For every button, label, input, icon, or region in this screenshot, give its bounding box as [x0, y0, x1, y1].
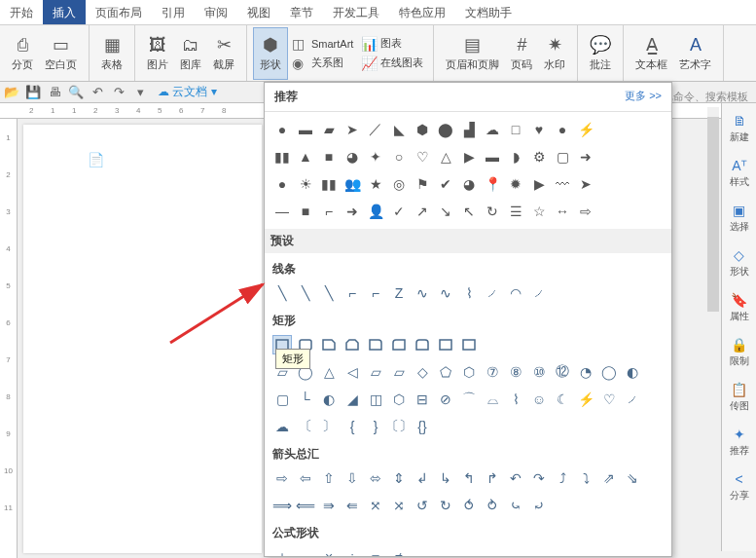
bs3-2[interactable]: 〔 — [296, 417, 315, 436]
shape-people[interactable]: 👥 — [342, 174, 362, 194]
shape-tag[interactable]: ▰ — [319, 120, 339, 139]
ar-1[interactable]: ⇨ — [272, 468, 292, 488]
bs-10[interactable]: ⑦ — [483, 362, 502, 382]
shape-tri2[interactable]: ▲ — [296, 147, 315, 167]
bs2-3[interactable]: ◐ — [319, 390, 339, 409]
ar-3[interactable]: ⇧ — [319, 468, 339, 488]
bs3-6[interactable]: 〔〕 — [389, 417, 409, 436]
ar2-6[interactable]: ⤨ — [389, 496, 409, 515]
ar-10[interactable]: ↱ — [483, 468, 502, 488]
shape-line2[interactable]: — — [272, 202, 292, 221]
shape-roundsq[interactable]: ▬ — [296, 120, 315, 139]
shape-gear[interactable]: ⚙ — [529, 147, 549, 167]
shape-arr8[interactable]: ↔ — [553, 202, 572, 221]
picture-button[interactable]: 🖼图片 — [141, 27, 174, 80]
shape-pin[interactable]: 📍 — [483, 174, 502, 194]
watermark-button[interactable]: ✷水印 — [538, 27, 571, 80]
bs-7[interactable]: ◇ — [413, 362, 432, 382]
gallery-button[interactable]: 🗂图库 — [174, 27, 207, 80]
ar-2[interactable]: ⇦ — [296, 468, 315, 488]
bs-15[interactable]: ◯ — [599, 362, 619, 382]
shape-arr5[interactable]: ➜ — [342, 202, 362, 221]
fm-5[interactable]: ＝ — [366, 547, 385, 557]
shapes-button[interactable]: ⬢形状 — [253, 27, 288, 80]
ar2-8[interactable]: ↻ — [436, 496, 455, 515]
shape-burst[interactable]: ✹ — [506, 174, 525, 194]
shape-menu[interactable]: ☰ — [506, 202, 525, 221]
line-6[interactable]: Z — [389, 283, 409, 303]
pagenumber-button[interactable]: #页码 — [505, 27, 538, 80]
shape-target[interactable]: ◎ — [389, 174, 409, 194]
side-recommend[interactable]: ✦推荐 — [730, 427, 749, 458]
ar-5[interactable]: ⬄ — [366, 468, 385, 488]
fm-1[interactable]: ＋ — [272, 547, 292, 557]
side-select[interactable]: ▣选择 — [730, 203, 749, 234]
ar2-9[interactable]: ⥀ — [459, 496, 479, 515]
bs2-13[interactable]: ☾ — [553, 390, 572, 409]
ar2-1[interactable]: ⟹ — [272, 496, 292, 515]
menu-start[interactable]: 开始 — [0, 0, 43, 24]
ar2-3[interactable]: ⇛ — [319, 496, 339, 515]
shape-pie2[interactable]: ◕ — [459, 174, 479, 194]
headerfooter-button[interactable]: ▤页眉和页脚 — [440, 27, 505, 80]
ar2-12[interactable]: ⤾ — [529, 496, 549, 515]
shape-arr9[interactable]: ⇨ — [576, 202, 595, 221]
side-upload[interactable]: 📋传图 — [730, 382, 749, 413]
menu-insert[interactable]: 插入 — [43, 0, 86, 24]
bs2-5[interactable]: ◫ — [366, 390, 385, 409]
menu-chapter[interactable]: 章节 — [280, 0, 323, 24]
ar-16[interactable]: ⇘ — [623, 468, 642, 488]
shape-play2[interactable]: ▶ — [529, 174, 549, 194]
textbox-button[interactable]: A̲文本框 — [630, 27, 673, 80]
ar-6[interactable]: ⇕ — [389, 468, 409, 488]
fm-2[interactable]: － — [296, 547, 315, 557]
screenshot-button[interactable]: ✂截屏 — [207, 27, 240, 80]
scrollbar-thumb[interactable] — [707, 117, 719, 312]
table-button[interactable]: ▦表格 — [95, 27, 128, 80]
ar2-11[interactable]: ⤿ — [506, 496, 525, 515]
bs2-15[interactable]: ♡ — [599, 390, 619, 409]
blankpage-button[interactable]: ▭空白页 — [39, 27, 83, 80]
bs2-2[interactable]: └ — [296, 390, 315, 409]
shape-circ2[interactable]: ○ — [389, 147, 409, 167]
shape-ellipse[interactable]: ● — [272, 120, 292, 139]
shape-bars[interactable]: ▮▮ — [272, 147, 292, 167]
bs3-5[interactable]: } — [366, 417, 385, 436]
bs-12[interactable]: ⑩ — [529, 362, 549, 382]
bs-16[interactable]: ◐ — [623, 362, 642, 382]
smartart-button[interactable]: ◫SmartArt — [288, 34, 357, 54]
bs-14[interactable]: ◔ — [576, 362, 595, 382]
bs2-11[interactable]: ⌇ — [506, 390, 525, 409]
ar-9[interactable]: ↰ — [459, 468, 479, 488]
shape-tri[interactable]: ◣ — [389, 120, 409, 139]
bs2-4[interactable]: ◢ — [342, 390, 362, 409]
more-link[interactable]: 更多 >> — [625, 89, 662, 105]
menu-view[interactable]: 视图 — [237, 0, 280, 24]
line-10[interactable]: ⟋ — [483, 283, 502, 303]
bs2-14[interactable]: ⚡ — [576, 390, 595, 409]
ar2-10[interactable]: ⥁ — [483, 496, 502, 515]
ar-8[interactable]: ↳ — [436, 468, 455, 488]
menu-special[interactable]: 特色应用 — [389, 0, 455, 24]
ar-4[interactable]: ⇩ — [342, 468, 362, 488]
shape-squ2[interactable]: ■ — [319, 147, 339, 167]
line-12[interactable]: ⟋ — [529, 283, 549, 303]
bs3-4[interactable]: { — [342, 417, 362, 436]
bs2-12[interactable]: ☺ — [529, 390, 549, 409]
shape-arr4[interactable]: ➤ — [576, 174, 595, 194]
shape-flag[interactable]: ⚑ — [413, 174, 432, 194]
shape-star[interactable]: ★ — [366, 174, 385, 194]
fm-3[interactable]: × — [319, 547, 339, 557]
line-3[interactable]: ╲ — [319, 283, 339, 303]
side-new[interactable]: 🗎新建 — [730, 113, 749, 144]
bs3-1[interactable]: ☁ — [272, 417, 292, 436]
shape-drop[interactable]: ● — [553, 120, 572, 139]
line-2[interactable]: ╲ — [296, 283, 315, 303]
side-share[interactable]: <分享 — [730, 471, 749, 502]
shape-line[interactable]: ／ — [366, 120, 385, 139]
shape-heart[interactable]: ♥ — [529, 120, 549, 139]
shape-arr7[interactable]: ↘ — [436, 202, 455, 221]
shape-arrow[interactable]: ➤ — [342, 120, 362, 139]
bs-5[interactable]: ▱ — [366, 362, 385, 382]
dropdown-icon[interactable]: ▾ — [132, 85, 148, 100]
